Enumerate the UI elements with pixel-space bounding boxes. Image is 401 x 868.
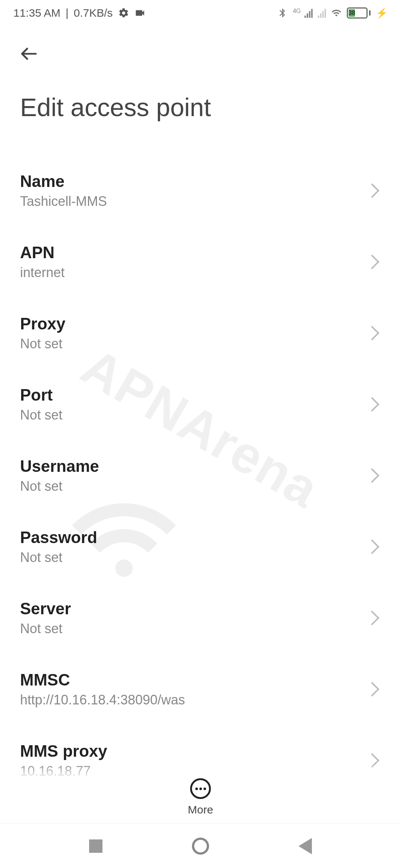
signal-sim2-icon <box>318 8 326 18</box>
setting-label: APN <box>20 243 65 262</box>
setting-label: Username <box>20 457 99 476</box>
status-bar: 11:35 AM | 0.7KB/s 4G 38 ⚡ <box>0 0 401 26</box>
signal-4g-label: 4G <box>293 8 301 14</box>
setting-row-server[interactable]: Server Not set <box>0 582 401 654</box>
setting-label: Name <box>20 172 107 191</box>
setting-label: Password <box>20 528 97 547</box>
settings-list: Name Tashicell-MMS APN internet Proxy No… <box>0 155 401 808</box>
setting-value: Not set <box>20 336 65 352</box>
setting-value: http://10.16.18.4:38090/was <box>20 692 185 708</box>
more-button[interactable]: More <box>0 763 401 816</box>
chevron-right-icon <box>365 326 379 341</box>
chevron-right-icon <box>365 468 379 483</box>
wifi-icon <box>331 8 342 18</box>
signal-sim1-icon <box>304 8 313 18</box>
battery-indicator: 38 <box>347 7 371 19</box>
setting-row-mmsc[interactable]: MMSC http://10.16.18.4:38090/was <box>0 654 401 725</box>
chevron-right-icon <box>365 539 379 554</box>
status-data-rate: 0.7KB/s <box>74 7 113 19</box>
system-nav-bar <box>0 823 401 868</box>
setting-row-proxy[interactable]: Proxy Not set <box>0 297 401 369</box>
back-arrow-icon <box>19 43 39 64</box>
more-label: More <box>188 803 213 816</box>
chevron-right-icon <box>365 397 379 412</box>
setting-label: MMSC <box>20 671 185 689</box>
setting-row-password[interactable]: Password Not set <box>0 511 401 582</box>
nav-home-button[interactable] <box>192 838 209 855</box>
status-time: 11:35 AM <box>13 7 61 19</box>
back-button[interactable] <box>19 41 45 67</box>
page-title: Edit access point <box>0 74 401 155</box>
setting-row-username[interactable]: Username Not set <box>0 440 401 511</box>
nav-recents-button[interactable] <box>89 839 102 853</box>
setting-label: Server <box>20 599 71 618</box>
setting-value: Tashicell-MMS <box>20 194 107 209</box>
charging-icon: ⚡ <box>376 7 388 19</box>
camera-icon <box>134 7 146 19</box>
gear-icon <box>118 7 129 19</box>
setting-row-apn[interactable]: APN internet <box>0 226 401 297</box>
setting-value: Not set <box>20 621 71 637</box>
setting-label: Port <box>20 386 62 404</box>
chevron-right-icon <box>365 611 379 625</box>
setting-value: Not set <box>20 550 97 565</box>
chevron-right-icon <box>365 183 379 198</box>
setting-row-port[interactable]: Port Not set <box>0 369 401 440</box>
chevron-right-icon <box>365 682 379 697</box>
status-separator: | <box>66 7 69 19</box>
nav-back-button[interactable] <box>299 838 312 854</box>
setting-label: MMS proxy <box>20 742 107 760</box>
setting-row-name[interactable]: Name Tashicell-MMS <box>0 155 401 226</box>
more-icon <box>190 778 211 799</box>
bluetooth-icon <box>277 8 288 18</box>
chevron-right-icon <box>365 254 379 269</box>
battery-percent: 38 <box>349 10 355 16</box>
setting-value: internet <box>20 265 65 280</box>
setting-value: Not set <box>20 479 99 494</box>
setting-label: Proxy <box>20 315 65 333</box>
setting-value: Not set <box>20 407 62 423</box>
